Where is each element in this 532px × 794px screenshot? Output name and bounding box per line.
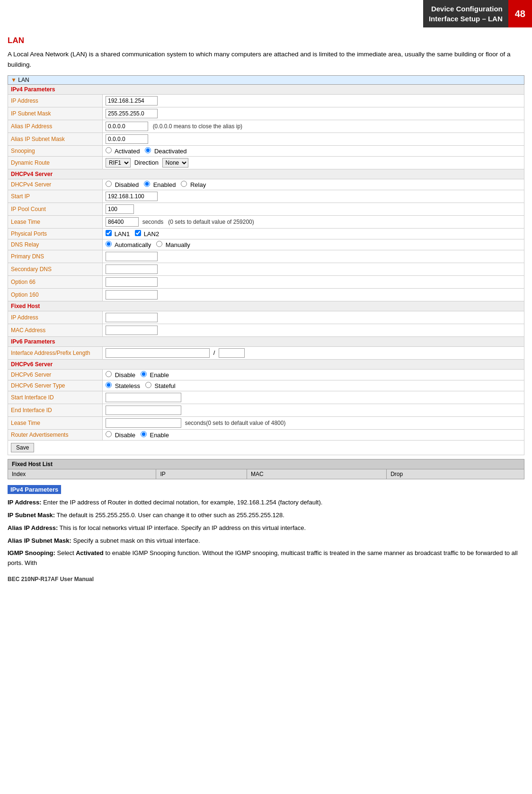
dhcpv6-type-row[interactable]: DHCPv6 Server Type Stateless Stateful (8, 380, 524, 391)
lan1-checkbox[interactable] (106, 230, 112, 236)
snooping-value[interactable]: Activated Deactivated (103, 146, 524, 157)
save-row[interactable]: Save (8, 441, 524, 455)
dhcpv6-enable-radio[interactable] (141, 371, 147, 377)
snooping-activated-label[interactable]: Activated (106, 148, 142, 155)
option160-value[interactable] (103, 289, 524, 301)
lease-time-input[interactable] (106, 217, 139, 227)
dns-manual-radio[interactable] (156, 241, 162, 247)
alias-ip-input[interactable] (106, 122, 148, 131)
dns-manual-label[interactable]: Manually (156, 241, 190, 248)
snooping-activated-radio[interactable] (106, 147, 112, 153)
primary-dns-row[interactable]: Primary DNS (8, 250, 524, 263)
alias-subnet-row[interactable]: Alias IP Subnet Mask (8, 133, 524, 146)
subnet-mask-row[interactable]: IP Subnet Mask (8, 107, 524, 120)
stateful-radio[interactable] (145, 382, 151, 388)
primary-dns-value[interactable] (103, 250, 524, 263)
alias-ip-value[interactable]: (0.0.0.0 means to close the alias ip) (103, 120, 524, 133)
dhcpv6-type-value[interactable]: Stateless Stateful (103, 380, 524, 391)
router-adv-enable-label[interactable]: Enable (141, 432, 169, 439)
lan2-checkbox[interactable] (135, 230, 141, 236)
alias-subnet-input[interactable] (106, 134, 148, 144)
lease-time-v6-input[interactable] (106, 418, 181, 428)
dns-auto-label[interactable]: Automatically (106, 241, 153, 248)
interface-address-value[interactable]: / (103, 347, 524, 360)
option66-value[interactable] (103, 276, 524, 289)
stateless-label[interactable]: Stateless (106, 382, 142, 389)
dns-relay-value[interactable]: Automatically Manually (103, 239, 524, 250)
dynamic-route-row[interactable]: Dynamic Route RIF1 Direction None (8, 157, 524, 169)
end-interface-id-row[interactable]: End Interface ID (8, 404, 524, 417)
router-adv-disable-label[interactable]: Disable (106, 432, 137, 439)
lan1-label[interactable]: LAN1 (106, 230, 132, 238)
prefix-length-input[interactable] (219, 348, 245, 358)
primary-dns-input[interactable] (106, 252, 158, 261)
dhcpv6-server-value[interactable]: Disable Enable (103, 370, 524, 380)
alias-subnet-value[interactable] (103, 133, 524, 146)
dhcp-disabled-label[interactable]: Disabled (106, 181, 141, 188)
direction-select[interactable]: None (162, 158, 188, 168)
start-ip-row[interactable]: Start IP (8, 190, 524, 203)
ip-address-value[interactable] (103, 95, 524, 107)
lan2-label[interactable]: LAN2 (135, 230, 159, 238)
start-interface-id-value[interactable] (103, 391, 524, 404)
dhcpv6-disable-label[interactable]: Disable (106, 371, 137, 379)
router-adv-value[interactable]: Disable Enable (103, 430, 524, 441)
physical-ports-row[interactable]: Physical Ports LAN1 LAN2 (8, 229, 524, 239)
dhcp-enabled-radio[interactable] (144, 181, 150, 187)
router-adv-disable-radio[interactable] (106, 431, 112, 437)
start-ip-value[interactable] (103, 190, 524, 203)
snooping-deactivated-label[interactable]: Deactivated (145, 148, 186, 155)
dhcp-relay-radio[interactable] (181, 181, 187, 187)
option160-row[interactable]: Option 160 (8, 289, 524, 301)
alias-ip-row[interactable]: Alias IP Address (0.0.0.0 means to close… (8, 120, 524, 133)
secondary-dns-input[interactable] (106, 265, 158, 274)
snooping-deactivated-radio[interactable] (145, 147, 151, 153)
fixed-host-mac-value[interactable] (103, 324, 524, 337)
router-adv-enable-radio[interactable] (141, 431, 147, 437)
fixed-host-ip-row[interactable]: IP Address (8, 311, 524, 324)
ip-address-row[interactable]: IP Address (8, 95, 524, 107)
subnet-mask-value[interactable] (103, 107, 524, 120)
dhcpv4-server-value[interactable]: Disabled Enabled Relay (103, 179, 524, 190)
dns-auto-radio[interactable] (106, 241, 112, 247)
dynamic-route-select[interactable]: RIF1 (106, 158, 131, 168)
fixed-host-mac-input[interactable] (106, 326, 158, 335)
option66-row[interactable]: Option 66 (8, 276, 524, 289)
dhcp-disabled-radio[interactable] (106, 181, 112, 187)
stateful-label[interactable]: Stateful (145, 382, 176, 389)
dynamic-route-value[interactable]: RIF1 Direction None (103, 157, 524, 169)
option66-input[interactable] (106, 277, 158, 287)
fixed-host-ip-input[interactable] (106, 313, 158, 322)
dhcpv4-server-row[interactable]: DHCPv4 Server Disabled Enabled Relay (8, 179, 524, 190)
router-adv-row[interactable]: Router Advertisements Disable Enable (8, 430, 524, 441)
dhcp-enabled-label[interactable]: Enabled (144, 181, 177, 188)
save-button[interactable]: Save (11, 443, 34, 452)
start-interface-id-row[interactable]: Start Interface ID (8, 391, 524, 404)
lease-time-v6-row[interactable]: Lease Time seconds(0 sets to default val… (8, 417, 524, 430)
dhcpv6-enable-label[interactable]: Enable (141, 371, 169, 379)
end-interface-id-input[interactable] (106, 406, 181, 415)
ip-address-input[interactable] (106, 96, 158, 106)
ip-pool-count-row[interactable]: IP Pool Count (8, 203, 524, 216)
secondary-dns-value[interactable] (103, 263, 524, 276)
secondary-dns-row[interactable]: Secondary DNS (8, 263, 524, 276)
snooping-row[interactable]: Snooping Activated Deactivated (8, 146, 524, 157)
start-ip-input[interactable] (106, 192, 158, 201)
interface-address-row[interactable]: Interface Address/Prefix Length / (8, 347, 524, 360)
stateless-radio[interactable] (106, 382, 112, 388)
start-interface-id-input[interactable] (106, 393, 181, 402)
lease-time-v6-value[interactable]: seconds(0 sets to default value of 4800) (103, 417, 524, 430)
fixed-host-ip-value[interactable] (103, 311, 524, 324)
dhcpv6-disable-radio[interactable] (106, 371, 112, 377)
subnet-mask-input[interactable] (106, 109, 158, 118)
fixed-host-mac-row[interactable]: MAC Address (8, 324, 524, 337)
ip-pool-count-input[interactable] (106, 204, 134, 214)
lease-time-row[interactable]: Lease Time seconds (0 sets to default va… (8, 216, 524, 229)
option160-input[interactable] (106, 290, 158, 300)
lease-time-value[interactable]: seconds (0 sets to default value of 2592… (103, 216, 524, 229)
dhcp-relay-label[interactable]: Relay (181, 181, 206, 188)
dns-relay-row[interactable]: DNS Relay Automatically Manually (8, 239, 524, 250)
end-interface-id-value[interactable] (103, 404, 524, 417)
dhcpv6-server-row[interactable]: DHCPv6 Server Disable Enable (8, 370, 524, 380)
interface-address-input[interactable] (106, 348, 210, 358)
